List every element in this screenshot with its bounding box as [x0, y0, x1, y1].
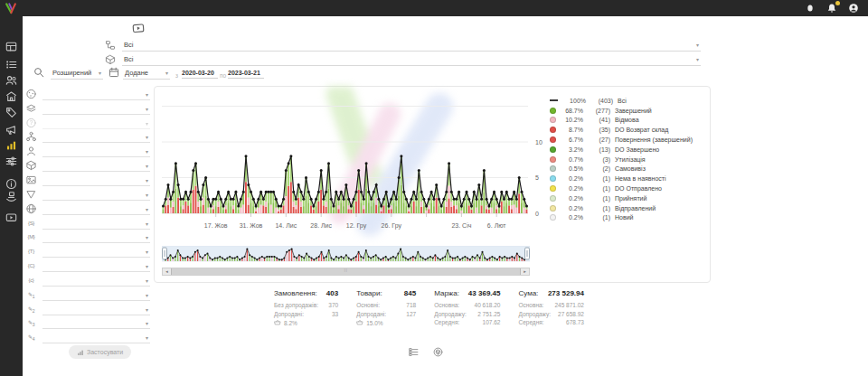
filter-row-17: ✎3▾: [25, 316, 150, 331]
source-filter-select[interactable]: Всі ▾: [122, 40, 701, 52]
search-icon[interactable]: [33, 67, 44, 78]
filter-select-15[interactable]: ▾: [42, 288, 150, 301]
calendar-icon[interactable]: [108, 67, 119, 78]
search-mode-select[interactable]: Розширений ▾: [51, 68, 103, 80]
legend-marker: [550, 156, 556, 163]
filter-select-18[interactable]: ▾: [42, 331, 150, 343]
date-to-label: по: [220, 72, 226, 79]
legend-marker: [550, 175, 556, 182]
svg-text:5: 5: [535, 174, 539, 181]
filter-row-14: {c}▾: [25, 273, 150, 287]
apply-button[interactable]: Застосувати: [69, 345, 131, 359]
legend-item-8[interactable]: 0.5%(2)Самовивіз: [550, 164, 705, 174]
svg-text:31. Жов: 31. Жов: [240, 222, 263, 229]
filter-select-9[interactable]: ▾: [42, 202, 150, 215]
stats-title-value: 403: [326, 289, 338, 297]
upsell-share: 15.0%: [356, 319, 416, 326]
upsell-share-value: 15.0%: [366, 320, 382, 326]
filter-select-4[interactable]: ▾: [42, 130, 150, 143]
legend-item-5[interactable]: 6.7%(27)Повернення (завершений): [550, 135, 705, 145]
filter-select-10[interactable]: ▾: [42, 217, 150, 230]
filter-row-9: ▾: [25, 202, 150, 216]
legend-item-3[interactable]: 10.2%(41)Відмова: [550, 116, 705, 126]
legend-item-7[interactable]: 0.7%(3)Утилізація: [550, 155, 705, 164]
filter-select-2[interactable]: ▾: [42, 102, 150, 115]
date-to-input[interactable]: 2023-03-21: [228, 68, 264, 79]
filter-select-1[interactable]: ▾: [42, 88, 150, 100]
legend-item-1[interactable]: 100%(403)Всі: [550, 96, 705, 106]
sidebar-item-video-lessons[interactable]: [5, 212, 17, 223]
legend-item-6[interactable]: 3.2%(13)DO Завершено: [550, 145, 705, 155]
legend-count: (1): [588, 205, 610, 212]
sidebar-item-analytics[interactable]: [5, 139, 17, 151]
date-from-input[interactable]: 2020-03-20: [182, 68, 218, 79]
cube-icon: [25, 160, 37, 171]
legend-item-9[interactable]: 0.2%(1)Нема в наявності: [550, 174, 705, 183]
chevron-down-icon: ▾: [146, 249, 148, 256]
sidebar-item-orders[interactable]: [5, 59, 17, 70]
scroll-right-arrow[interactable]: ▸: [521, 268, 529, 275]
filter-select-3[interactable]: ▾: [42, 117, 150, 129]
filter-row-6: ▾: [25, 158, 150, 173]
chart-navigator[interactable]: [162, 246, 530, 266]
sidebar-item-settings[interactable]: [5, 155, 17, 167]
filter-select-12[interactable]: ▾: [42, 245, 150, 258]
legend-percent: 0.7%: [560, 156, 583, 163]
sidebar: [0, 16, 23, 376]
legend-label: Прийнятий: [615, 195, 646, 202]
legend-item-13[interactable]: 0.2%(1)Новий: [550, 213, 705, 223]
sidebar-item-dashboard[interactable]: [5, 41, 17, 52]
sidebar-item-store[interactable]: [5, 90, 17, 102]
filter-select-14[interactable]: ▾: [42, 274, 150, 287]
filter-select-6[interactable]: ▾: [42, 159, 150, 172]
chevron-down-icon: ▾: [146, 235, 148, 241]
legend-item-10[interactable]: 0.2%(1)DO Отправлено: [550, 183, 705, 193]
chevron-down-icon: ▾: [146, 207, 148, 213]
sidebar-item-delivery[interactable]: [5, 191, 17, 202]
package-icon[interactable]: [433, 347, 443, 357]
filter-select-7[interactable]: ▾: [42, 174, 150, 186]
legend-marker: [550, 185, 556, 192]
filter-select-5[interactable]: ▾: [42, 145, 150, 157]
video-filter-button[interactable]: [127, 21, 150, 35]
avatar-icon[interactable]: [848, 3, 859, 14]
chevron-down-icon: ▾: [146, 135, 148, 141]
sidebar-item-marketing[interactable]: [5, 124, 17, 136]
filter-select-8[interactable]: ▾: [42, 188, 150, 201]
orders-chart[interactable]: 051017. Жов31. Жов14. Лис28. Лис12. Гру2…: [162, 92, 560, 240]
sidebar-item-info[interactable]: [5, 178, 17, 190]
stats-title-value: 273 529.94: [548, 289, 584, 297]
sidebar-item-customers[interactable]: [5, 74, 17, 86]
legend-label: Відмова: [615, 117, 639, 123]
legend-label: Нема в наявності: [615, 175, 666, 182]
legend-item-12[interactable]: 0.2%(1)Відправлений: [550, 203, 705, 213]
topbar-actions: [805, 3, 859, 14]
stats-title-label: Сума:: [518, 289, 538, 297]
scrollbar-thumb[interactable]: ⁞⁞: [171, 268, 521, 275]
braces-icon: {c}: [25, 275, 37, 286]
summary-stats: Замовлення:403Без допродажів:370Допродан…: [274, 289, 584, 327]
sidebar-item-price-tags[interactable]: [5, 107, 17, 118]
legend-item-2[interactable]: 68.7%(277)Завершений: [550, 106, 705, 116]
details-list-icon[interactable]: [409, 347, 419, 357]
legend-item-4[interactable]: 8.7%(35)DO Возврат склад: [550, 125, 705, 135]
filter-select-13[interactable]: ▾: [42, 259, 150, 272]
chart-scrollbar[interactable]: ◂ ⁞⁞ ▸: [162, 268, 530, 276]
legend-item-11[interactable]: 0.2%(1)Прийнятий: [550, 193, 705, 203]
stats-row-value: 245 871.02: [554, 301, 584, 310]
legend-count: (277): [588, 108, 610, 114]
filter-select-11[interactable]: ▾: [42, 230, 150, 243]
navigator-handle-left[interactable]: [163, 248, 167, 259]
filter-select-16[interactable]: ▾: [42, 303, 150, 315]
date-field-select[interactable]: Додане ▾: [123, 68, 170, 80]
bell-icon[interactable]: [826, 3, 837, 14]
user-icon[interactable]: [805, 3, 816, 14]
scroll-left-arrow[interactable]: ◂: [163, 268, 171, 275]
product-filter-select[interactable]: Всі ▾: [122, 54, 701, 66]
brand-logo[interactable]: [5, 2, 17, 14]
cube-icon: [105, 54, 116, 65]
navigator-handle-right[interactable]: [525, 248, 530, 259]
legend-label: DO Возврат склад: [615, 127, 668, 133]
filter-select-17[interactable]: ▾: [42, 316, 150, 329]
legend-label: DO Завершено: [615, 146, 659, 153]
